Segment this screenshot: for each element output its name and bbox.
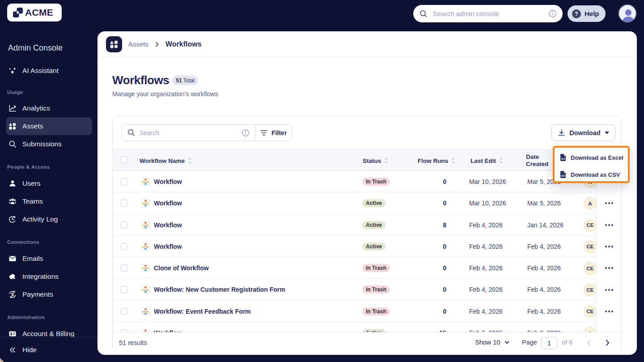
svg-text:$: $ [11, 292, 14, 297]
svg-text:CSV: CSV [561, 175, 565, 177]
svg-text:XLS: XLS [561, 158, 565, 160]
